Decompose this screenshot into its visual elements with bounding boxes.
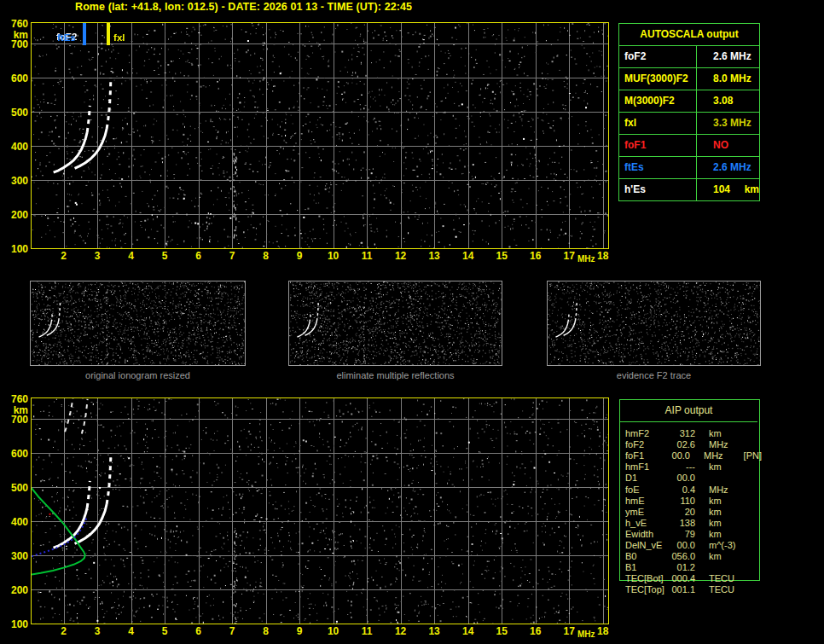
thumbnail-1 bbox=[288, 281, 502, 366]
aip-row-foF2: foF202.6MHz bbox=[625, 439, 762, 450]
row-value: 3.08 bbox=[697, 90, 759, 112]
aip-label: B0 bbox=[625, 551, 671, 562]
x-axis-tick: 4 bbox=[119, 626, 144, 636]
thumbnail-0 bbox=[30, 281, 246, 366]
x-axis-tick: 10 bbox=[321, 626, 346, 636]
row-value: 104 km bbox=[697, 179, 759, 200]
thumbnail-caption-0: original ionogram resized bbox=[30, 370, 246, 380]
x-axis-tick: 10 bbox=[321, 251, 346, 261]
y-axis-tick: 400 bbox=[3, 517, 28, 527]
aip-row-foF1: foF100.0MHz[PN] bbox=[625, 450, 762, 461]
autoscala-header: AUTOSCALA output bbox=[619, 24, 759, 46]
x-axis-tick: 13 bbox=[421, 626, 447, 636]
autoscala-row-h'Es: h'Es104 km bbox=[619, 179, 759, 200]
aip-label: ymE bbox=[625, 507, 671, 518]
x-axis-tick: 6 bbox=[186, 251, 212, 261]
thumbnail-2 bbox=[547, 281, 761, 366]
aip-value: 00.0 bbox=[671, 540, 695, 551]
aip-value: 0.4 bbox=[671, 484, 695, 496]
x-axis-tick: 12 bbox=[388, 626, 414, 636]
autoscala-row-foF1: foF1NO bbox=[619, 135, 759, 157]
y-axis-tick: 200 bbox=[3, 585, 28, 595]
ionogram-canvas-bottom bbox=[32, 398, 608, 624]
aip-unit: km bbox=[695, 507, 748, 518]
row-value: NO bbox=[697, 135, 759, 156]
x-axis-tick: 2 bbox=[51, 251, 77, 261]
aip-row-hmF2: hmF2312km bbox=[625, 428, 762, 439]
autoscala-output-table: AUTOSCALA outputfoF22.6 MHzMUF(3000)F28.… bbox=[618, 23, 760, 201]
thumbnail-canvas-1 bbox=[289, 281, 502, 365]
aip-unit: km bbox=[695, 428, 748, 439]
aip-unit: TECU bbox=[695, 584, 748, 595]
x-axis-tick: 14 bbox=[456, 626, 481, 636]
marker-label-ftEs: ftEs bbox=[57, 32, 76, 43]
y-axis-tick: 600 bbox=[3, 449, 28, 459]
x-axis-tick: 14 bbox=[456, 251, 481, 261]
aip-unit bbox=[695, 473, 748, 484]
aip-row-TEC[Bot]: TEC[Bot]000.4TECU bbox=[625, 573, 762, 584]
row-value: 3.3 MHz bbox=[697, 113, 759, 134]
aip-note: [PN] bbox=[740, 450, 762, 461]
x-axis-tick: 7 bbox=[219, 251, 245, 261]
aip-row-Ewidth: Ewidth79km bbox=[625, 529, 762, 540]
autoscala-row-ftEs: ftEs2.6 MHz bbox=[619, 157, 759, 179]
aip-unit: MHz bbox=[695, 484, 748, 496]
aip-value: 20 bbox=[671, 507, 695, 518]
aip-unit: m^(-3) bbox=[695, 540, 748, 551]
aip-value: 312 bbox=[671, 428, 695, 439]
row-label: MUF(3000)F2 bbox=[619, 68, 697, 90]
aip-row-h_vE: h_vE138km bbox=[625, 518, 762, 529]
aip-value: --- bbox=[671, 461, 695, 473]
aip-label: hmF2 bbox=[625, 428, 671, 439]
axis-unit-km: km bbox=[3, 30, 28, 40]
ionogram-top bbox=[31, 22, 609, 249]
aip-row-foE: foE0.4MHz bbox=[625, 484, 762, 496]
thumbnail-caption-2: evidence F2 trace bbox=[547, 370, 761, 380]
x-axis-tick: 15 bbox=[489, 626, 514, 636]
x-axis-tick: 9 bbox=[287, 626, 312, 636]
row-value: 2.6 MHz bbox=[697, 157, 759, 178]
x-axis-tick: 5 bbox=[152, 626, 177, 636]
x-axis-tick: 9 bbox=[287, 251, 312, 261]
y-axis-tick: 300 bbox=[3, 176, 28, 186]
y-axis-tick: 760 bbox=[3, 394, 28, 404]
y-axis-tick: 600 bbox=[3, 73, 28, 84]
aip-label: foF1 bbox=[625, 450, 668, 461]
y-axis-tick: 100 bbox=[3, 244, 28, 254]
aip-label: foE bbox=[625, 484, 671, 496]
x-axis-tick: 3 bbox=[84, 251, 110, 261]
row-label: foF2 bbox=[619, 46, 697, 67]
y-axis-tick: 100 bbox=[3, 619, 28, 629]
x-axis-tick: 5 bbox=[152, 251, 177, 261]
aip-label: hmF1 bbox=[625, 461, 671, 473]
x-axis-tick: 11 bbox=[354, 251, 380, 261]
y-axis-tick: 760 bbox=[3, 19, 28, 29]
aip-label: DelN_vE bbox=[625, 540, 671, 551]
autoscala-row-foF2: foF22.6 MHz bbox=[619, 46, 759, 68]
row-label: fxl bbox=[619, 113, 697, 134]
aip-label: D1 bbox=[625, 473, 671, 484]
aip-unit: MHz bbox=[690, 450, 740, 461]
aip-label: hmE bbox=[625, 496, 671, 507]
aip-unit: km bbox=[695, 518, 748, 529]
aip-value: 00.0 bbox=[668, 450, 690, 461]
x-axis-tick: 4 bbox=[119, 251, 144, 261]
aip-row-B0: B0056.0km bbox=[625, 551, 762, 562]
stage: Rome (lat: +41.8, lon: 012.5) - DATE: 20… bbox=[0, 0, 824, 644]
row-label: h'Es bbox=[619, 179, 697, 200]
y-axis-tick: 300 bbox=[3, 551, 28, 561]
aip-label: h_vE bbox=[625, 518, 671, 529]
aip-header: AIP output bbox=[620, 400, 757, 422]
axis-unit-mhz: MHz bbox=[577, 630, 595, 639]
x-axis-tick: 13 bbox=[421, 251, 447, 261]
aip-label: TEC[Top] bbox=[625, 584, 671, 595]
x-axis-tick: 7 bbox=[219, 626, 245, 636]
aip-unit: km bbox=[695, 551, 748, 562]
x-axis-tick: 12 bbox=[388, 251, 414, 261]
aip-value: 056.0 bbox=[671, 551, 695, 562]
autoscala-row-M(3000)F2: M(3000)F23.08 bbox=[619, 90, 759, 113]
y-axis-tick: 400 bbox=[3, 142, 28, 152]
aip-label: Ewidth bbox=[625, 529, 671, 540]
aip-unit: TECU bbox=[695, 573, 748, 584]
aip-unit: km bbox=[695, 461, 748, 473]
